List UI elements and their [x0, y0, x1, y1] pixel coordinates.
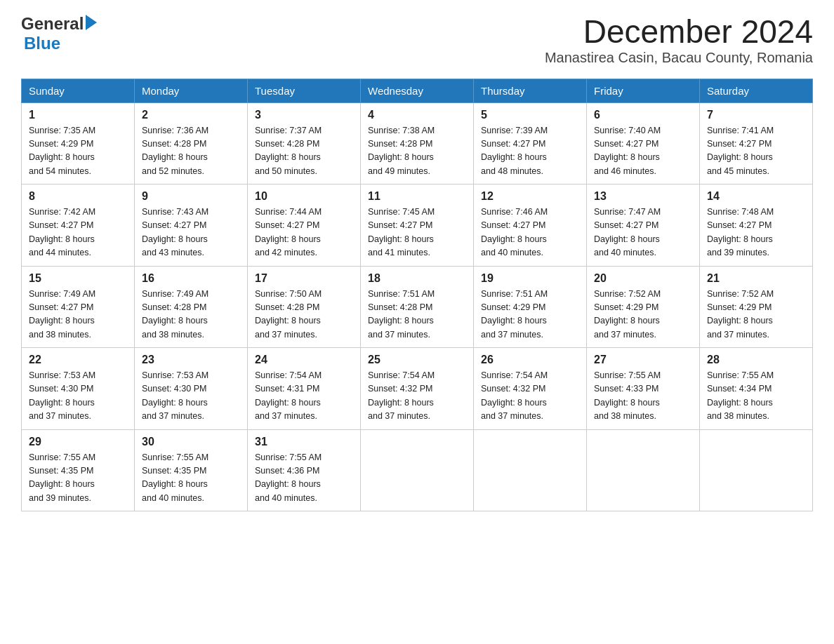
day-number: 4: [368, 109, 466, 121]
day-number: 8: [29, 190, 127, 203]
day-info: Sunrise: 7:40 AMSunset: 4:27 PMDaylight:…: [594, 124, 692, 179]
calendar-cell: [587, 429, 700, 511]
calendar-cell: 20Sunrise: 7:52 AMSunset: 4:29 PMDayligh…: [587, 266, 700, 348]
day-info: Sunrise: 7:55 AMSunset: 4:35 PMDaylight:…: [142, 451, 240, 506]
title-area: December 2024 Manastirea Casin, Bacau Co…: [545, 14, 813, 66]
calendar-cell: 17Sunrise: 7:50 AMSunset: 4:28 PMDayligh…: [248, 266, 361, 348]
day-number: 28: [707, 354, 805, 366]
day-info: Sunrise: 7:47 AMSunset: 4:27 PMDaylight:…: [594, 206, 692, 260]
day-info: Sunrise: 7:38 AMSunset: 4:28 PMDaylight:…: [368, 124, 466, 179]
day-number: 29: [29, 436, 127, 448]
logo: General Blue: [21, 14, 97, 53]
logo-blue: Blue: [24, 34, 60, 53]
day-number: 16: [142, 272, 240, 285]
logo-triangle-icon: [86, 15, 97, 30]
day-number: 15: [29, 272, 127, 285]
calendar-cell: 31Sunrise: 7:55 AMSunset: 4:36 PMDayligh…: [248, 429, 361, 511]
day-info: Sunrise: 7:37 AMSunset: 4:28 PMDaylight:…: [255, 124, 353, 179]
day-info: Sunrise: 7:55 AMSunset: 4:34 PMDaylight:…: [707, 369, 805, 424]
day-number: 6: [594, 109, 692, 121]
calendar-cell: 7Sunrise: 7:41 AMSunset: 4:27 PMDaylight…: [700, 102, 813, 185]
logo-general: General: [21, 14, 84, 34]
calendar-cell: 2Sunrise: 7:36 AMSunset: 4:28 PMDaylight…: [135, 102, 248, 185]
calendar-cell: 14Sunrise: 7:48 AMSunset: 4:27 PMDayligh…: [700, 185, 813, 267]
calendar-cell: 12Sunrise: 7:46 AMSunset: 4:27 PMDayligh…: [474, 185, 587, 267]
day-info: Sunrise: 7:49 AMSunset: 4:27 PMDaylight:…: [29, 288, 127, 342]
day-number: 26: [481, 354, 579, 366]
calendar-cell: 10Sunrise: 7:44 AMSunset: 4:27 PMDayligh…: [248, 185, 361, 267]
calendar-cell: [474, 429, 587, 511]
calendar-week-row: 29Sunrise: 7:55 AMSunset: 4:35 PMDayligh…: [22, 429, 813, 511]
calendar-cell: 9Sunrise: 7:43 AMSunset: 4:27 PMDaylight…: [135, 185, 248, 267]
calendar-table: SundayMondayTuesdayWednesdayThursdayFrid…: [21, 79, 813, 512]
calendar-day-header: Tuesday: [248, 79, 361, 102]
calendar-week-row: 22Sunrise: 7:53 AMSunset: 4:30 PMDayligh…: [22, 348, 813, 430]
day-number: 19: [481, 272, 579, 285]
calendar-header-row: SundayMondayTuesdayWednesdayThursdayFrid…: [22, 79, 813, 102]
day-number: 7: [707, 109, 805, 121]
calendar-week-row: 1Sunrise: 7:35 AMSunset: 4:29 PMDaylight…: [22, 102, 813, 185]
calendar-day-header: Thursday: [474, 79, 587, 102]
day-info: Sunrise: 7:44 AMSunset: 4:27 PMDaylight:…: [255, 206, 353, 260]
day-info: Sunrise: 7:55 AMSunset: 4:33 PMDaylight:…: [594, 369, 692, 424]
calendar-cell: 24Sunrise: 7:54 AMSunset: 4:31 PMDayligh…: [248, 348, 361, 430]
calendar-cell: 29Sunrise: 7:55 AMSunset: 4:35 PMDayligh…: [22, 429, 135, 511]
day-number: 5: [481, 109, 579, 121]
day-number: 17: [255, 272, 353, 285]
day-info: Sunrise: 7:52 AMSunset: 4:29 PMDaylight:…: [594, 288, 692, 342]
calendar-cell: 3Sunrise: 7:37 AMSunset: 4:28 PMDaylight…: [248, 102, 361, 185]
calendar-cell: 22Sunrise: 7:53 AMSunset: 4:30 PMDayligh…: [22, 348, 135, 430]
day-number: 18: [368, 272, 466, 285]
day-number: 12: [481, 190, 579, 203]
day-number: 2: [142, 109, 240, 121]
day-number: 9: [142, 190, 240, 203]
day-info: Sunrise: 7:43 AMSunset: 4:27 PMDaylight:…: [142, 206, 240, 260]
calendar-cell: 16Sunrise: 7:49 AMSunset: 4:28 PMDayligh…: [135, 266, 248, 348]
day-info: Sunrise: 7:42 AMSunset: 4:27 PMDaylight:…: [29, 206, 127, 260]
calendar-cell: 6Sunrise: 7:40 AMSunset: 4:27 PMDaylight…: [587, 102, 700, 185]
day-info: Sunrise: 7:36 AMSunset: 4:28 PMDaylight:…: [142, 124, 240, 179]
day-info: Sunrise: 7:49 AMSunset: 4:28 PMDaylight:…: [142, 288, 240, 342]
day-number: 20: [594, 272, 692, 285]
calendar-day-header: Friday: [587, 79, 700, 102]
day-number: 3: [255, 109, 353, 121]
page-title: December 2024: [545, 14, 813, 50]
calendar-cell: 25Sunrise: 7:54 AMSunset: 4:32 PMDayligh…: [361, 348, 474, 430]
calendar-week-row: 15Sunrise: 7:49 AMSunset: 4:27 PMDayligh…: [22, 266, 813, 348]
day-number: 24: [255, 354, 353, 366]
calendar-cell: 11Sunrise: 7:45 AMSunset: 4:27 PMDayligh…: [361, 185, 474, 267]
day-info: Sunrise: 7:51 AMSunset: 4:29 PMDaylight:…: [481, 288, 579, 342]
day-number: 1: [29, 109, 127, 121]
day-info: Sunrise: 7:54 AMSunset: 4:32 PMDaylight:…: [481, 369, 579, 424]
day-info: Sunrise: 7:50 AMSunset: 4:28 PMDaylight:…: [255, 288, 353, 342]
calendar-cell: 4Sunrise: 7:38 AMSunset: 4:28 PMDaylight…: [361, 102, 474, 185]
day-info: Sunrise: 7:53 AMSunset: 4:30 PMDaylight:…: [29, 369, 127, 424]
calendar-cell: 26Sunrise: 7:54 AMSunset: 4:32 PMDayligh…: [474, 348, 587, 430]
day-info: Sunrise: 7:35 AMSunset: 4:29 PMDaylight:…: [29, 124, 127, 179]
day-number: 14: [707, 190, 805, 203]
calendar-cell: 19Sunrise: 7:51 AMSunset: 4:29 PMDayligh…: [474, 266, 587, 348]
day-number: 21: [707, 272, 805, 285]
day-info: Sunrise: 7:48 AMSunset: 4:27 PMDaylight:…: [707, 206, 805, 260]
calendar-week-row: 8Sunrise: 7:42 AMSunset: 4:27 PMDaylight…: [22, 185, 813, 267]
calendar-cell: 21Sunrise: 7:52 AMSunset: 4:29 PMDayligh…: [700, 266, 813, 348]
calendar-cell: [361, 429, 474, 511]
day-number: 10: [255, 190, 353, 203]
calendar-cell: 8Sunrise: 7:42 AMSunset: 4:27 PMDaylight…: [22, 185, 135, 267]
day-info: Sunrise: 7:55 AMSunset: 4:35 PMDaylight:…: [29, 451, 127, 506]
day-info: Sunrise: 7:54 AMSunset: 4:32 PMDaylight:…: [368, 369, 466, 424]
calendar-cell: 18Sunrise: 7:51 AMSunset: 4:28 PMDayligh…: [361, 266, 474, 348]
calendar-day-header: Sunday: [22, 79, 135, 102]
day-number: 25: [368, 354, 466, 366]
day-info: Sunrise: 7:52 AMSunset: 4:29 PMDaylight:…: [707, 288, 805, 342]
day-info: Sunrise: 7:41 AMSunset: 4:27 PMDaylight:…: [707, 124, 805, 179]
day-info: Sunrise: 7:54 AMSunset: 4:31 PMDaylight:…: [255, 369, 353, 424]
calendar-cell: 13Sunrise: 7:47 AMSunset: 4:27 PMDayligh…: [587, 185, 700, 267]
calendar-cell: 27Sunrise: 7:55 AMSunset: 4:33 PMDayligh…: [587, 348, 700, 430]
calendar-cell: 1Sunrise: 7:35 AMSunset: 4:29 PMDaylight…: [22, 102, 135, 185]
day-number: 27: [594, 354, 692, 366]
day-info: Sunrise: 7:55 AMSunset: 4:36 PMDaylight:…: [255, 451, 353, 506]
day-info: Sunrise: 7:39 AMSunset: 4:27 PMDaylight:…: [481, 124, 579, 179]
day-number: 22: [29, 354, 127, 366]
day-number: 11: [368, 190, 466, 203]
